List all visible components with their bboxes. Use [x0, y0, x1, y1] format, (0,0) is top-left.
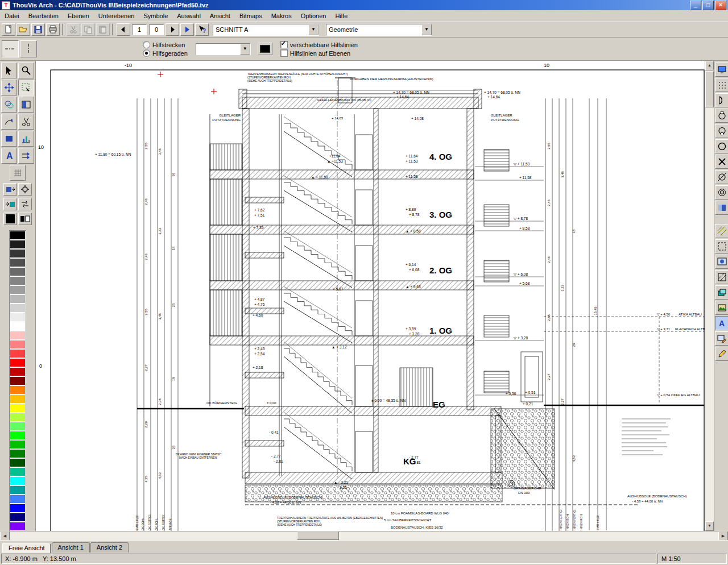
shade-icon[interactable] [715, 201, 728, 215]
import-layer-button[interactable] [3, 198, 17, 210]
chevron-down-icon[interactable]: ▼ [421, 24, 432, 35]
ellipse-node-icon[interactable] [715, 109, 728, 123]
color-swatch[interactable] [10, 231, 26, 240]
color-swatch[interactable] [10, 440, 26, 449]
chevron-down-icon[interactable]: ▼ [308, 24, 318, 35]
hilfsgeraden-radio[interactable]: Hilfsgeraden [143, 49, 188, 57]
grid-tool[interactable] [10, 165, 26, 181]
color-swatch[interactable] [10, 449, 26, 458]
scroll-down-icon[interactable]: ▼ [705, 521, 714, 531]
diameter-icon[interactable] [715, 170, 728, 184]
color-swatch[interactable] [10, 340, 26, 349]
pencil-icon[interactable] [715, 347, 728, 361]
maximize-button[interactable]: □ [702, 1, 714, 10]
page-level-field[interactable] [149, 24, 164, 35]
monitor-icon[interactable] [715, 63, 728, 77]
copy-button[interactable] [81, 23, 95, 36]
guide-line-tool[interactable] [2, 40, 19, 57]
guide-vertical-tool[interactable] [20, 40, 37, 57]
color-swatch[interactable] [10, 404, 26, 413]
canvas-area[interactable]: -1010100VORGABEN DER HEIZUNGSFIRMA(HAUST… [36, 61, 705, 531]
radio-icon[interactable] [143, 49, 150, 57]
color-swatch[interactable] [10, 513, 26, 522]
swap-colors-button[interactable] [18, 198, 32, 210]
color-swatch[interactable] [10, 258, 26, 267]
scroll-up-icon[interactable]: ▲ [705, 61, 714, 70]
color-swatch[interactable] [10, 367, 26, 376]
chevron-down-icon[interactable]: ▼ [240, 44, 250, 55]
color-swatch[interactable] [10, 276, 26, 285]
current-color-swatch[interactable] [3, 213, 17, 225]
color-swatch[interactable] [10, 313, 26, 322]
layers-icon[interactable] [715, 285, 728, 300]
checkbox-icon[interactable] [280, 41, 288, 48]
zoom-tool[interactable] [18, 63, 34, 78]
color-swatch[interactable] [10, 467, 26, 476]
color-swatch[interactable] [10, 458, 26, 467]
color-swatch[interactable] [10, 358, 26, 367]
pan-tool[interactable] [1, 80, 17, 95]
context-help-button[interactable]: ? [195, 23, 209, 36]
close-button[interactable]: × [715, 1, 726, 10]
color-swatch[interactable] [10, 240, 26, 249]
text-a-icon[interactable]: A [715, 316, 728, 330]
circle-node-icon[interactable] [715, 124, 728, 138]
color-mode-button[interactable] [18, 213, 32, 225]
menu-bitmaps[interactable]: Bitmaps [235, 11, 267, 20]
circle-icon[interactable] [715, 139, 728, 153]
color-swatch[interactable] [10, 267, 26, 276]
color-swatch[interactable] [10, 249, 26, 258]
marquee-select-tool[interactable] [18, 80, 34, 95]
menu-hilfe[interactable]: Hilfe [330, 11, 352, 20]
thumbnail-icon[interactable] [715, 301, 728, 315]
menu-auswahl[interactable]: Auswahl [172, 11, 205, 20]
curve-edit-tool[interactable] [1, 114, 17, 130]
image-circle-icon[interactable] [715, 255, 728, 269]
line-style-select[interactable]: ▼ [196, 43, 251, 55]
color-swatch[interactable] [10, 285, 26, 294]
vertical-scroll-thumb[interactable] [705, 71, 714, 107]
view-select[interactable]: SCHNITT A ▼ [213, 24, 319, 36]
checkbox-icon[interactable] [280, 49, 288, 57]
image-edit-icon[interactable] [715, 331, 728, 346]
color-swatch[interactable] [10, 504, 26, 513]
color-swatch[interactable] [10, 522, 26, 531]
menu-optionen[interactable]: Optionen [296, 11, 331, 20]
new-button[interactable] [2, 23, 15, 36]
horizontal-scroll-track[interactable] [339, 531, 718, 540]
menu-makros[interactable]: Makros [267, 11, 296, 20]
move-copy-tool[interactable] [18, 148, 34, 164]
color-swatch[interactable] [10, 385, 26, 394]
category-select[interactable]: Geometrie ▼ [326, 24, 432, 36]
open-button[interactable] [16, 23, 30, 36]
play-button[interactable] [180, 23, 194, 36]
print-button[interactable] [46, 23, 60, 36]
prev-page-button[interactable] [117, 23, 130, 36]
guide-color-button[interactable] [258, 43, 272, 55]
dashed-frame-icon[interactable] [715, 239, 728, 254]
save-button[interactable] [31, 23, 45, 36]
title-bar[interactable]: T ThouVis Arch - C:\CAD\ThouVis II\Beisp… [0, 0, 728, 10]
select-arrow-tool[interactable] [1, 63, 17, 78]
cut-button[interactable] [67, 23, 80, 36]
color-swatch[interactable] [10, 422, 26, 431]
page-number-field[interactable] [132, 24, 147, 35]
layer-settings-button[interactable] [18, 183, 32, 196]
arc-icon[interactable] [715, 93, 728, 107]
color-swatch[interactable] [10, 413, 26, 422]
color-swatch[interactable] [10, 495, 26, 504]
horizontal-scroll-thumb[interactable] [297, 531, 339, 540]
color-swatch[interactable] [10, 376, 26, 385]
ellipse-tools[interactable] [1, 97, 17, 113]
menu-ebenen[interactable]: Ebenen [63, 11, 94, 20]
hatch-fill-icon[interactable] [715, 270, 728, 284]
concentric-icon[interactable] [715, 185, 728, 200]
color-swatch[interactable] [10, 394, 26, 404]
tab-freie-ansicht[interactable]: Freie Ansicht [2, 543, 51, 553]
hatch-diag-icon[interactable] [715, 224, 728, 238]
color-swatch[interactable] [10, 322, 26, 331]
color-swatch[interactable] [10, 349, 26, 358]
tab-ansicht-2[interactable]: Ansicht 2 [90, 542, 129, 552]
scissors-tool[interactable] [18, 114, 34, 130]
minimize-button[interactable]: _ [690, 1, 701, 10]
